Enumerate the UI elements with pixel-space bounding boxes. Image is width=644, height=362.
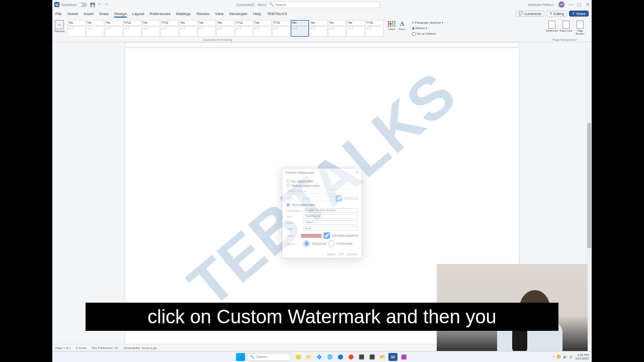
- format-style-8[interactable]: TitleHeading 1 Lorem ipsum dolor sit: [216, 20, 234, 37]
- cancel-button[interactable]: Cancel: [347, 252, 358, 256]
- format-style-9[interactable]: TITLEHeading 1 Lorem ipsum dolor sit: [235, 20, 253, 37]
- taskbar-search[interactable]: 🔍 Search: [247, 353, 292, 361]
- minimize-button[interactable]: —: [569, 2, 573, 7]
- task-word[interactable]: W: [388, 353, 397, 361]
- scroll-thumb[interactable]: [587, 123, 591, 248]
- color-swatch[interactable]: [301, 234, 321, 238]
- format-style-10[interactable]: TitleHeading 1 Lorem ipsum dolor sit: [254, 20, 272, 37]
- tab-layout[interactable]: Layout: [132, 12, 144, 16]
- close-button[interactable]: ✕: [586, 2, 590, 7]
- tab-review[interactable]: Review: [196, 12, 209, 16]
- effects[interactable]: ◉ Effects ▾: [412, 26, 443, 31]
- share-button[interactable]: ⇪ Share: [569, 11, 589, 17]
- size-select[interactable]: Auto: [303, 226, 358, 231]
- format-style-12[interactable]: TitleHeading 1 Lorem ipsum dolor sit: [291, 20, 309, 37]
- tray-wifi-icon[interactable]: 📶: [557, 355, 560, 358]
- format-style-16[interactable]: TITLEHeading 1 Lorem ipsum dolor sit: [365, 20, 383, 37]
- task-explorer[interactable]: 📁: [304, 353, 313, 361]
- format-style-7[interactable]: TitleHeading 1 Lorem ipsum dolor sit: [198, 20, 216, 37]
- start-button[interactable]: [236, 353, 245, 361]
- tab-references[interactable]: References: [150, 12, 171, 16]
- task-copilot[interactable]: 💠: [314, 353, 324, 361]
- task-files[interactable]: 📂: [378, 353, 387, 361]
- format-style-14[interactable]: TitleHeading 1 Lorem ipsum dolor sit: [328, 20, 346, 37]
- task-app3[interactable]: 🟪: [399, 353, 408, 361]
- dialog-close-icon[interactable]: ✕: [356, 170, 359, 174]
- tab-view[interactable]: View: [215, 12, 223, 16]
- autosave-toggle[interactable]: [78, 3, 87, 7]
- tab-insert[interactable]: Insert: [84, 12, 94, 16]
- tab-help[interactable]: Help: [253, 12, 261, 16]
- accessibility[interactable]: Accessibility: Good to go: [123, 346, 156, 349]
- tab-developer[interactable]: Developer: [229, 12, 248, 16]
- task-chrome[interactable]: 🔵: [336, 353, 345, 361]
- format-style-2[interactable]: TitleHeading 1 Lorem ipsum dolor sit: [105, 20, 123, 37]
- tray-time[interactable]: 4:26 PM: [575, 353, 589, 357]
- system-tray[interactable]: ^ 📶 🔊 🔋 4:26 PM 10/1/2023: [553, 353, 589, 360]
- quick-access-toolbar[interactable]: 💾 ↶ ↷: [90, 3, 108, 7]
- video-caption: click on Custom Watermark and then you: [86, 303, 558, 331]
- username[interactable]: Matthew Pietra L: [528, 3, 554, 7]
- watermark-button[interactable]: Watermark: [545, 20, 558, 41]
- editing-button[interactable]: ✎ Editing: [546, 11, 567, 17]
- format-style-11[interactable]: TITLEHeading 1 Lorem ipsum dolor sit: [272, 20, 290, 37]
- search-box[interactable]: 🔍 Search: [267, 2, 380, 8]
- radio-text-watermark[interactable]: Text watermark: [286, 203, 358, 207]
- tray-battery-icon[interactable]: 🔋: [569, 355, 573, 358]
- word-count[interactable]: 0 words: [76, 346, 87, 349]
- format-style-1[interactable]: TitleHeading 1 Lorem ipsum dolor sit: [86, 20, 104, 37]
- tab-draw[interactable]: Draw: [99, 12, 109, 16]
- tab-design[interactable]: Design: [114, 12, 127, 16]
- set-as-default[interactable]: Set as Default: [412, 31, 443, 36]
- undo-icon[interactable]: ↶: [98, 3, 102, 7]
- tab-mailings[interactable]: Mailings: [176, 12, 191, 16]
- task-widgets[interactable]: 🟡: [293, 353, 302, 361]
- ruler[interactable]: [52, 42, 592, 47]
- page-color-button[interactable]: Page Color: [559, 20, 573, 41]
- format-style-3[interactable]: TITLEHeading 1 Lorem ipsum dolor sit: [123, 20, 141, 37]
- taskbar[interactable]: 🔍 Search 🟡 📁 💠 🌐 🔵 🔴 ⬛ ⬛ 📂 W 🟪 ^ 📶 🔊 🔋 4…: [52, 351, 592, 362]
- apply-button[interactable]: Apply: [327, 252, 336, 256]
- tray-date[interactable]: 10/1/2023: [575, 357, 589, 360]
- task-app2[interactable]: ⬛: [367, 353, 376, 361]
- radio-picture-watermark[interactable]: Picture watermark: [286, 184, 358, 188]
- autosave[interactable]: AutoSave: [61, 3, 87, 7]
- paragraph-spacing[interactable]: ≡ Paragraph Spacing ▾: [412, 20, 443, 25]
- format-style-13[interactable]: TitleHeading 1 Lorem ipsum dolor sit: [309, 20, 328, 37]
- colors-button[interactable]: Colors: [386, 20, 396, 41]
- format-style-5[interactable]: TITLEHeading 1 Lorem ipsum dolor sit: [160, 20, 179, 37]
- avatar[interactable]: MP: [558, 2, 565, 8]
- format-style-4[interactable]: TitleHeading 1 Lorem ipsum dolor sit: [142, 20, 160, 37]
- format-style-15[interactable]: TitleHeading 1 Lorem ipsum dolor sit: [347, 20, 365, 37]
- page-borders-button[interactable]: Page Borders: [574, 20, 587, 41]
- tray-volume-icon[interactable]: 🔊: [563, 355, 567, 358]
- tray-chevron-icon[interactable]: ^: [553, 355, 554, 358]
- themes-button[interactable]: Aa Themes: [52, 19, 66, 42]
- page-count[interactable]: Page 1 of 1: [55, 346, 71, 349]
- format-style-6[interactable]: TitleHeading 1 Lorem ipsum dolor sit: [179, 20, 197, 37]
- tab-home[interactable]: Home: [67, 12, 78, 16]
- task-edge[interactable]: 🌐: [325, 353, 334, 361]
- comments-button[interactable]: 💬 Comments: [516, 11, 544, 17]
- ok-button[interactable]: OK: [339, 252, 344, 256]
- text-input[interactable]: TEBTALKS: [303, 214, 358, 219]
- group-label-docfmt: Document Formatting: [203, 38, 232, 41]
- printed-watermark-dialog: Printed Watermark ✕ No watermark Picture…: [282, 168, 362, 258]
- word-icon: W: [54, 2, 59, 7]
- language-select[interactable]: English (United States): [303, 208, 358, 213]
- select-picture-button[interactable]: Select Picture...: [286, 189, 358, 194]
- task-youtube[interactable]: 🔴: [346, 353, 355, 361]
- tab-file[interactable]: File: [55, 12, 62, 16]
- format-style-0[interactable]: TitleHeading 1 Lorem ipsum dolor sit: [67, 20, 86, 37]
- font-select[interactable]: Calibri: [303, 220, 358, 225]
- save-icon[interactable]: 💾: [90, 3, 95, 7]
- redo-icon[interactable]: ↷: [105, 3, 108, 7]
- text-predictions[interactable]: Text Predictions: On: [92, 346, 119, 349]
- tab-tebtalks[interactable]: TEBTALKS: [267, 12, 287, 16]
- document-name: Document2 - Word: [236, 3, 266, 7]
- radio-no-watermark[interactable]: No watermark: [286, 179, 358, 183]
- group-label-pgbg: Page Background: [552, 38, 577, 41]
- task-app1[interactable]: ⬛: [357, 353, 366, 361]
- maximize-button[interactable]: ▢: [577, 2, 582, 7]
- fonts-button[interactable]: A Fonts: [397, 20, 407, 41]
